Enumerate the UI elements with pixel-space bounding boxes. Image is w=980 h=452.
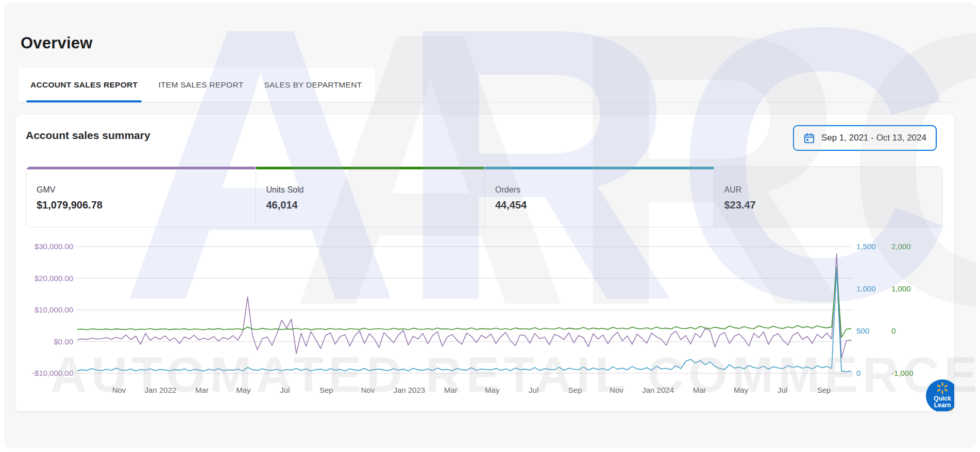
metric-value: $23.47 [724, 199, 943, 211]
quick-learn-circle: Quick Learn [926, 379, 954, 411]
svg-text:Jul: Jul [280, 386, 290, 394]
tile-orders[interactable]: Orders 44,454 [484, 167, 714, 227]
tab-bar: ACCOUNT SALES REPORT ITEM SALES REPORT S… [19, 67, 953, 102]
tile-units-sold[interactable]: Units Sold 46,014 [256, 167, 485, 227]
tile-aur[interactable]: AUR $23.47 [714, 167, 943, 227]
svg-text:0: 0 [891, 326, 895, 335]
svg-text:Jan 2022: Jan 2022 [145, 386, 177, 394]
tab-label: ACCOUNT SALES REPORT [30, 80, 138, 90]
svg-text:Jan 2023: Jan 2023 [393, 386, 425, 394]
svg-text:-$10,000.00: -$10,000.00 [32, 369, 73, 377]
date-range-picker[interactable]: Sep 1, 2021 - Oct 13, 2024 [793, 125, 937, 151]
svg-text:Jul: Jul [529, 386, 538, 394]
svg-text:1,000: 1,000 [856, 284, 876, 293]
account-sales-summary-card: Account sales summary Sep 1, 2021 - Oct … [15, 115, 954, 411]
svg-text:May: May [734, 386, 749, 394]
tab-label: SALES BY DEPARTMENT [264, 80, 362, 90]
date-range-label: Sep 1, 2021 - Oct 13, 2024 [821, 133, 926, 143]
svg-text:2,000: 2,000 [891, 242, 911, 251]
svg-text:Sep: Sep [817, 386, 831, 394]
metric-tiles: GMV $1,079,906.78 Units Sold 46,014 Orde… [26, 166, 943, 228]
svg-text:Mar: Mar [444, 386, 458, 394]
tab-item-sales-report[interactable]: ITEM SALES REPORT [157, 67, 244, 102]
svg-text:1,000: 1,000 [891, 284, 911, 293]
metric-label: AUR [724, 185, 943, 195]
tile-accent-bar [714, 167, 943, 169]
walmart-spark-icon [936, 381, 949, 395]
metric-label: Orders [495, 185, 714, 195]
quick-learn-button[interactable]: Quick Learn [926, 379, 954, 411]
tile-accent-bar [485, 167, 714, 169]
svg-text:Nov: Nov [112, 386, 126, 394]
svg-text:$30,000.00: $30,000.00 [35, 242, 73, 251]
tile-gmv[interactable]: GMV $1,079,906.78 [26, 167, 256, 227]
svg-text:Nov: Nov [361, 386, 375, 394]
metric-value: 46,014 [266, 199, 485, 211]
svg-text:1,500: 1,500 [856, 242, 876, 251]
quick-learn-label: Quick Learn [934, 395, 951, 409]
svg-text:$10,000.00: $10,000.00 [35, 305, 73, 314]
tab-label: ITEM SALES REPORT [158, 80, 243, 90]
page-title: Overview [21, 34, 92, 53]
svg-text:May: May [236, 386, 251, 394]
chart-canvas: $30,000.00$20,000.00$10,000.00$0.00-$10,… [15, 236, 954, 406]
svg-text:-1,000: -1,000 [891, 369, 914, 377]
svg-text:$0.00: $0.00 [54, 337, 73, 346]
svg-text:Mar: Mar [693, 386, 706, 394]
svg-text:500: 500 [856, 326, 869, 335]
svg-text:Jan 2024: Jan 2024 [642, 386, 674, 394]
svg-text:Jul: Jul [778, 386, 787, 394]
tile-accent-bar [26, 167, 256, 169]
tab-sales-by-department[interactable]: SALES BY DEPARTMENT [263, 67, 363, 102]
tab-strip: ACCOUNT SALES REPORT ITEM SALES REPORT S… [19, 67, 375, 102]
tab-account-sales-report[interactable]: ACCOUNT SALES REPORT [29, 67, 139, 102]
card-heading: Account sales summary [26, 129, 150, 142]
svg-text:Sep: Sep [319, 386, 333, 394]
sales-trend-chart[interactable]: $30,000.00$20,000.00$10,000.00$0.00-$10,… [15, 236, 954, 406]
svg-text:Sep: Sep [568, 386, 582, 394]
metric-value: $1,079,906.78 [37, 199, 256, 211]
svg-text:Nov: Nov [610, 386, 623, 394]
metric-label: GMV [37, 185, 256, 195]
svg-text:Mar: Mar [195, 386, 209, 394]
svg-text:May: May [485, 386, 500, 394]
metric-value: 44,454 [495, 199, 714, 211]
main-page: Overview ACCOUNT SALES REPORT ITEM SALES… [4, 3, 976, 448]
tile-accent-bar [256, 167, 485, 169]
svg-text:0: 0 [856, 369, 860, 377]
calendar-icon [803, 132, 815, 144]
svg-text:$20,000.00: $20,000.00 [35, 274, 73, 283]
metric-label: Units Sold [266, 185, 485, 195]
